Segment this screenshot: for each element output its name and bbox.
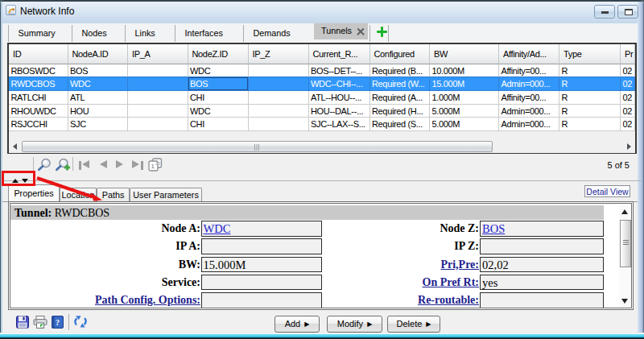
svg-text:1: 1 [151,163,155,170]
svg-text:23: 23 [155,161,161,166]
svg-text:?: ? [56,318,60,327]
